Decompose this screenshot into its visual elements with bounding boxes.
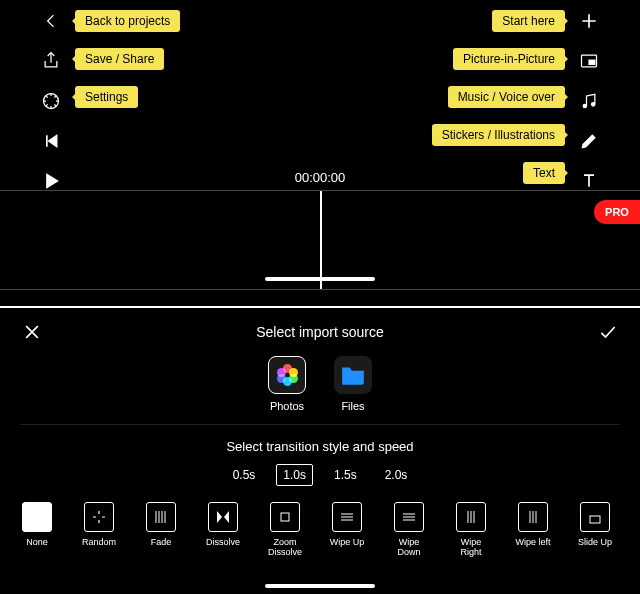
- zoom-dissolve-icon: [270, 502, 300, 532]
- tooltip-settings: Settings: [75, 86, 138, 108]
- play-icon[interactable]: [40, 170, 62, 192]
- pro-badge[interactable]: PRO: [594, 200, 640, 224]
- speed-option[interactable]: 0.5s: [226, 464, 263, 486]
- transition-slide-up[interactable]: Slide Up: [574, 502, 616, 548]
- skip-start-icon[interactable]: [40, 130, 62, 152]
- tooltip-share: Save / Share: [75, 48, 164, 70]
- speed-option[interactable]: 1.0s: [276, 464, 313, 486]
- timeline[interactable]: [0, 190, 640, 290]
- svg-marker-1: [49, 135, 57, 147]
- sheet-header: Select import source: [0, 308, 640, 350]
- text-icon[interactable]: [578, 170, 600, 192]
- wipe-left-icon: [518, 502, 548, 532]
- tooltip-draw: Stickers / Illustrations: [432, 124, 565, 146]
- share-icon[interactable]: [40, 50, 62, 72]
- import-sources: Photos Files: [20, 356, 620, 425]
- svg-marker-8: [224, 511, 229, 523]
- wipe-right-icon: [456, 502, 486, 532]
- transition-wipe-left[interactable]: Wipe left: [512, 502, 554, 548]
- photos-icon: [276, 364, 298, 386]
- svg-rect-9: [281, 513, 289, 521]
- timecode-display: 00:00:00: [295, 170, 346, 185]
- tooltip-text: Text: [523, 162, 565, 184]
- draw-icon[interactable]: [578, 130, 600, 152]
- transition-dissolve[interactable]: Dissolve: [202, 502, 244, 548]
- speed-options: 0.5s 1.0s 1.5s 2.0s: [0, 464, 640, 486]
- sheet-title: Select import source: [256, 324, 384, 340]
- wipe-down-icon: [394, 502, 424, 532]
- source-files[interactable]: Files: [334, 356, 372, 412]
- transition-none[interactable]: None: [16, 502, 58, 548]
- home-indicator: [265, 584, 375, 588]
- tooltip-add: Start here: [492, 10, 565, 32]
- fade-icon: [146, 502, 176, 532]
- svg-marker-2: [47, 174, 58, 187]
- svg-point-6: [592, 103, 595, 106]
- close-icon[interactable]: [22, 322, 42, 342]
- music-icon[interactable]: [578, 90, 600, 112]
- back-icon[interactable]: [40, 10, 62, 32]
- svg-rect-4: [589, 60, 595, 64]
- right-toolbar: [578, 10, 600, 192]
- home-indicator: [265, 277, 375, 281]
- source-photos[interactable]: Photos: [268, 356, 306, 412]
- transition-wipe-right[interactable]: Wipe Right: [450, 502, 492, 558]
- folder-icon: [340, 364, 366, 386]
- random-icon: [84, 502, 114, 532]
- left-toolbar: [40, 10, 62, 192]
- speed-option[interactable]: 1.5s: [327, 464, 364, 486]
- pip-icon[interactable]: [578, 50, 600, 72]
- wipe-up-icon: [332, 502, 362, 532]
- transition-fade[interactable]: Fade: [140, 502, 182, 548]
- source-label: Files: [341, 400, 364, 412]
- settings-icon[interactable]: [40, 90, 62, 112]
- transition-wipe-down[interactable]: Wipe Down: [388, 502, 430, 558]
- tooltip-audio: Music / Voice over: [448, 86, 565, 108]
- transition-slide-down[interactable]: Slide Down: [636, 502, 640, 558]
- confirm-icon[interactable]: [598, 322, 618, 342]
- source-label: Photos: [270, 400, 304, 412]
- slide-up-icon: [580, 502, 610, 532]
- dissolve-icon: [208, 502, 238, 532]
- transition-zoom-dissolve[interactable]: Zoom Dissolve: [264, 502, 306, 558]
- svg-rect-10: [590, 516, 600, 523]
- speed-option[interactable]: 2.0s: [378, 464, 415, 486]
- transition-random[interactable]: Random: [78, 502, 120, 548]
- none-icon: [22, 502, 52, 532]
- transition-options: None Random Fade Dissolve: [0, 502, 640, 558]
- svg-marker-7: [217, 511, 222, 523]
- transition-wipe-up[interactable]: Wipe Up: [326, 502, 368, 548]
- transition-title: Select transition style and speed: [0, 439, 640, 454]
- add-icon[interactable]: [578, 10, 600, 32]
- svg-point-5: [583, 104, 586, 107]
- tooltip-back: Back to projects: [75, 10, 180, 32]
- import-sheet: Select import source Photos: [0, 306, 640, 594]
- tooltip-pip: Picture-in-Picture: [453, 48, 565, 70]
- playhead[interactable]: [320, 191, 322, 289]
- editor-top-area: Back to projects Save / Share Settings S…: [0, 0, 640, 300]
